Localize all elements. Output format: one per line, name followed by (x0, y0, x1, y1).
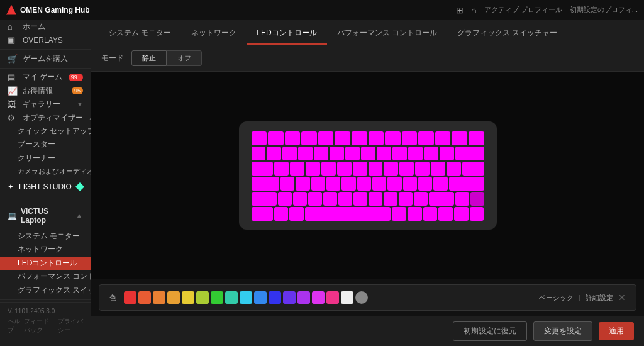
tab-network[interactable]: ネットワーク (181, 23, 247, 45)
key-lshift[interactable] (252, 192, 277, 206)
home-icon[interactable]: ⌂ (471, 5, 476, 15)
sidebar-item-quick-setup[interactable]: クイック セットアップ (0, 125, 91, 138)
swatch-14[interactable] (326, 291, 339, 304)
key-9[interactable] (392, 147, 407, 160)
key-semicolon[interactable] (418, 177, 432, 191)
key-left[interactable] (438, 207, 453, 221)
key-fn[interactable] (408, 207, 422, 221)
apply-button[interactable]: 変更を設定 (533, 321, 592, 341)
key-f1[interactable] (268, 131, 284, 145)
key-o[interactable] (399, 162, 414, 176)
swatch-11[interactable] (283, 291, 296, 304)
key-c[interactable] (308, 192, 322, 206)
key-del[interactable] (469, 131, 484, 145)
key-v[interactable] (323, 192, 337, 206)
key-t[interactable] (337, 162, 352, 176)
tab-led-control[interactable]: LEDコントロール (247, 23, 326, 45)
key-lctrl[interactable] (252, 207, 273, 221)
key-f4[interactable] (318, 131, 334, 145)
swatch-3[interactable] (167, 291, 180, 304)
sidebar-item-camera[interactable]: カメラおよびオーディオのエンハンサー (0, 165, 91, 178)
key-f10[interactable] (418, 131, 434, 145)
key-8[interactable] (377, 147, 391, 160)
grid-icon[interactable]: ⊞ (456, 5, 464, 15)
tab-perf-control[interactable]: パフォーマンス コントロール (327, 23, 447, 45)
sidebar-item-perf-control[interactable]: パフォーマンス コントロール (0, 270, 91, 283)
basic-mode-link[interactable]: ベーシック (539, 293, 574, 303)
key-g[interactable] (341, 177, 355, 191)
sidebar-item-graphics-switch[interactable]: グラフィックス スイッチャー (0, 283, 91, 296)
key-2[interactable] (282, 147, 297, 160)
key-quote[interactable] (433, 177, 447, 191)
key-f11[interactable] (435, 131, 451, 145)
key-lwin[interactable] (274, 207, 289, 221)
key-d[interactable] (311, 177, 325, 191)
key-f9[interactable] (402, 131, 418, 145)
key-rbracket[interactable] (447, 162, 461, 176)
key-4[interactable] (314, 147, 328, 160)
swatch-8[interactable] (240, 291, 252, 304)
key-caps[interactable] (252, 177, 280, 191)
sidebar-item-network[interactable]: ネットワーク (0, 243, 91, 256)
tab-graphics-switch[interactable]: グラフィックス スイッチャー (447, 23, 567, 45)
key-k[interactable] (387, 177, 401, 191)
key-rctrl[interactable] (423, 207, 438, 221)
key-lbracket[interactable] (431, 162, 445, 176)
key-f8[interactable] (385, 131, 401, 145)
key-z[interactable] (278, 192, 292, 206)
help-link[interactable]: ヘルプ (8, 317, 20, 335)
key-backslash[interactable] (462, 162, 484, 176)
key-e[interactable] (306, 162, 320, 176)
key-extra[interactable] (470, 192, 484, 206)
key-down[interactable] (454, 207, 469, 221)
sidebar-section-victus[interactable]: 💻 VICTUS Laptop ▲ (0, 202, 91, 230)
key-enter[interactable] (449, 177, 484, 191)
key-minus[interactable] (424, 147, 438, 160)
mode-btn-static[interactable]: 静止 (131, 50, 167, 66)
swatch-5[interactable] (196, 291, 209, 304)
key-f3[interactable] (301, 131, 317, 145)
sidebar-item-sys-monitor[interactable]: システム モニター (0, 230, 91, 243)
sidebar-item-led-control[interactable]: LEDコントロール (0, 257, 91, 270)
key-s[interactable] (296, 177, 309, 191)
key-f6[interactable] (352, 131, 367, 145)
reset-button[interactable]: 初期設定に復元 (453, 321, 527, 341)
key-space[interactable] (305, 207, 391, 221)
key-h[interactable] (357, 177, 371, 191)
swatch-1[interactable] (138, 291, 151, 304)
swatch-13[interactable] (312, 291, 325, 304)
key-i[interactable] (384, 162, 398, 176)
key-backspace[interactable] (455, 147, 484, 160)
key-w[interactable] (290, 162, 304, 176)
sidebar-item-booster[interactable]: ブースター (0, 138, 91, 151)
swatch-4[interactable] (182, 291, 194, 304)
sidebar-item-cleaner[interactable]: クリーナー (0, 152, 91, 165)
swatch-10[interactable] (269, 291, 281, 304)
key-5[interactable] (330, 147, 344, 160)
key-f2[interactable] (285, 131, 301, 145)
sidebar-item-buy-games[interactable]: 🛒 ゲームを購入 (0, 52, 91, 65)
key-up[interactable] (455, 192, 469, 206)
swatch-0[interactable] (124, 291, 136, 304)
sidebar-item-light-studio[interactable]: ✦ LIGHT STUDIO (0, 177, 91, 196)
swatch-6[interactable] (211, 291, 223, 304)
key-slash[interactable] (414, 192, 428, 206)
key-a[interactable] (280, 177, 294, 191)
swatch-15[interactable] (341, 291, 353, 304)
color-panel-close-icon[interactable]: ✕ (618, 293, 626, 303)
key-r[interactable] (321, 162, 336, 176)
key-l[interactable] (403, 177, 417, 191)
swatch-16[interactable] (355, 291, 368, 304)
tab-system-monitor[interactable]: システム モニター (99, 23, 181, 45)
key-p[interactable] (415, 162, 430, 176)
save-button[interactable]: 適用 (599, 322, 634, 340)
sidebar-item-optimizer[interactable]: ⚙ オプティマイザー ▲ (0, 111, 91, 124)
swatch-12[interactable] (297, 291, 310, 304)
key-period[interactable] (399, 192, 413, 206)
key-j[interactable] (372, 177, 386, 191)
key-6[interactable] (345, 147, 360, 160)
key-f12[interactable] (452, 131, 467, 145)
key-x[interactable] (293, 192, 307, 206)
key-ralt[interactable] (392, 207, 406, 221)
privacy-link[interactable]: プライバシー (58, 317, 84, 335)
